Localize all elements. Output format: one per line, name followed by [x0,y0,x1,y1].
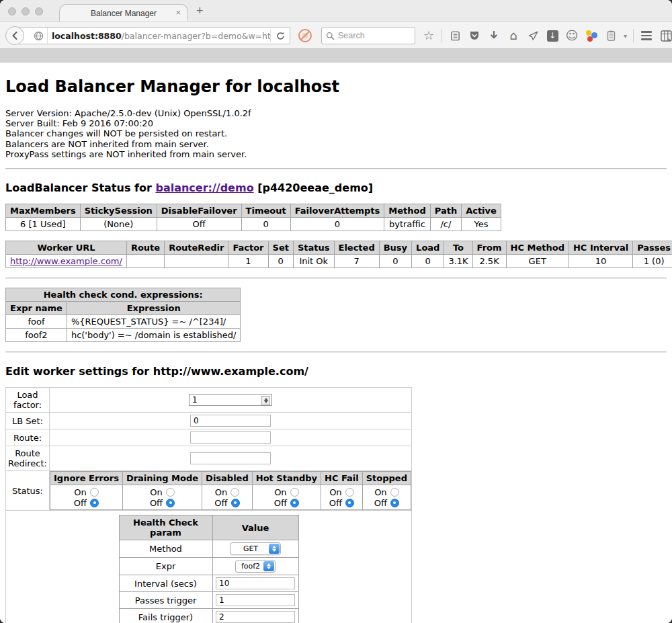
grid-panel-icon[interactable] [659,29,672,42]
hc-fail-off-radio[interactable] [345,499,354,507]
toolbar-separator [442,29,442,42]
url-bar[interactable]: localhost:8880/balancer-manager?b=demo&w… [15,27,290,44]
search-bar[interactable]: Search [321,27,415,44]
menu-icon[interactable] [640,29,653,42]
col-disabled: Disabled [202,472,253,485]
new-tab-button[interactable]: + [196,4,204,18]
col-expr-name: Expr name [6,302,67,315]
downloads-icon[interactable] [487,29,501,42]
fails-input[interactable] [216,611,295,623]
send-tab-icon[interactable] [526,29,540,42]
back-button[interactable] [5,26,24,45]
col-stickysession: StickySession [80,204,157,218]
worker-status-table: Worker URL Route RouteRedir Factor Set S… [5,241,672,268]
divider [5,278,667,279]
disabled-off-radio[interactable] [231,499,240,507]
col-active: Active [462,204,501,218]
route-redirect-label: Route Redirect: [6,446,50,471]
passes-input[interactable] [216,594,295,606]
hc-row-passes: Passes trigger [119,592,298,609]
server-info: Server Version: Apache/2.5.0-dev (Unix) … [5,108,667,159]
form-row-status: Status: Ignore Errors Draining Mode Disa… [6,471,412,511]
stopped-on-radio[interactable] [390,488,399,497]
server-built-line: Server Built: Feb 9 2016 07:00:20 [5,118,667,128]
table-title-row: Health check cond. expressions: [6,288,241,302]
col-method: Method [384,204,430,218]
note-proxypass-line: ProxyPass settings are NOT inherited fro… [5,149,667,159]
hot-standby-on-radio[interactable] [290,488,299,497]
tab-balancer-manager[interactable]: Balancer Manager × [59,4,188,22]
col-timeout: Timeout [241,204,290,218]
tab-bar: Balancer Manager × + [0,0,672,22]
back-arrow-icon [9,30,20,41]
pocket-icon[interactable] [468,29,481,42]
number-spinner[interactable] [261,396,270,405]
draining-mode-on-radio[interactable] [166,488,175,497]
form-row-route: Route: [6,429,412,446]
hc-row-interval: Interval (secs) [119,575,298,592]
select-stepper-icon [263,561,274,571]
hc-row-method: Method GET [119,540,298,558]
tab-title: Balancer Manager [91,9,157,18]
table-header-row: Expr name Expression [6,302,241,315]
hc-fail-on-radio[interactable] [345,488,354,497]
zoom-window-button[interactable] [35,7,43,15]
draining-mode-off-radio[interactable] [166,499,175,507]
page-content: Load Balancer Manager for localhost Serv… [0,63,672,623]
balancer-heading-prefix: LoadBalancer Status for [5,181,155,194]
hot-standby-off-radio[interactable] [290,499,299,507]
bookmark-star-icon[interactable]: ☆ [422,29,435,42]
method-select[interactable]: GET [230,542,281,555]
reading-list-icon[interactable] [448,29,462,42]
table-row: http://www.example.com/ 1 0 Init Ok 7 0 … [6,255,672,268]
col-draining-mode: Draining Mode [122,472,202,485]
content-blocker-icon[interactable] [298,29,312,42]
col-hc-value: Value [212,515,298,540]
reload-icon [276,31,286,41]
disabled-on-radio[interactable] [230,488,239,497]
tab-close-icon[interactable]: × [175,7,181,17]
server-version-line: Server Version: Apache/2.5.0-dev (Unix) … [5,108,667,118]
navigation-toolbar: localhost:8880/balancer-manager?b=demo&w… [0,22,672,48]
lb-set-input[interactable] [190,415,271,427]
form-row-load-factor: Load factor: [6,388,412,413]
ignore-errors-off-radio[interactable] [90,499,99,507]
stopped-off-radio[interactable] [390,499,399,507]
download-manager-icon[interactable]: ↓ [546,29,559,42]
balancer-heading-suffix: [p4420eeae_demo] [254,181,374,194]
hc-row-expr: Expr foof2 [119,558,298,575]
expr-select[interactable]: foof2 [235,560,276,573]
route-redirect-input[interactable] [190,452,271,464]
lb-set-label: LB Set: [6,413,50,429]
colored-dots-extension-icon[interactable] [585,29,598,42]
clipboard-extension-icon[interactable] [604,29,618,42]
edit-worker-heading: Edit worker settings for http://www.exam… [5,365,667,378]
col-failoverattempts: FailoverAttempts [290,204,384,218]
table-header-row: Worker URL Route RouteRedir Factor Set S… [6,241,672,255]
window-controls [8,7,43,15]
interval-input[interactable] [216,577,295,589]
note-inherit-line: Balancers are NOT inherited from main se… [5,139,667,149]
home-icon[interactable]: ⌂ [507,29,520,42]
close-window-button[interactable] [8,7,16,15]
ignore-errors-on-radio[interactable] [90,488,99,497]
load-factor-label: Load factor: [6,388,50,413]
balancer-link[interactable]: balancer://demo [155,181,253,194]
toolbar-icons: ☆ ⌂ ↓ ☺ ▾ [422,27,672,44]
overflow-caret-icon[interactable]: ▾ [624,32,627,40]
reload-button[interactable] [271,28,290,44]
col-hc-param: Health Check param [119,515,212,540]
search-placeholder: Search [338,31,365,40]
table-header-row: Health Check param Value [119,515,298,540]
col-disablefailover: DisableFailover [157,204,241,218]
route-input[interactable] [190,431,271,444]
feedback-smiley-icon[interactable]: ☺ [565,29,579,42]
worker-url-link[interactable]: http://www.example.com/ [10,256,122,266]
url-text: localhost:8880/balancer-manager?b=demo&w… [48,31,270,41]
divider [5,351,667,353]
site-identity-globe-icon[interactable] [30,28,48,44]
minimize-window-button[interactable] [22,7,30,15]
load-factor-input[interactable] [189,394,272,406]
balancer-status-table: MaxMembers StickySession DisableFailover… [5,204,501,231]
col-path: Path [430,204,461,218]
